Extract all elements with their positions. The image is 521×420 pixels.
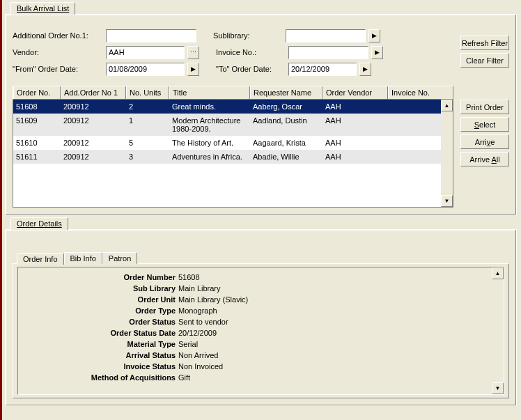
- cell-title: Great minds.: [169, 100, 250, 114]
- detail-value: 51608: [178, 273, 200, 281]
- label-add-order: Additional Order No.1:: [13, 31, 103, 40]
- arrive-button[interactable]: Arrive: [460, 134, 509, 149]
- label-vendor: Vendor:: [13, 48, 103, 56]
- detail-row: Order StatusSent to vendor: [18, 316, 492, 327]
- detail-row: Order UnitMain Library (Slavic): [18, 294, 492, 305]
- label-from-date: "From" Order Date:: [13, 65, 103, 73]
- detail-key: Order Status Date: [18, 329, 178, 337]
- detail-value: Non Arrived: [178, 351, 218, 359]
- input-add-order[interactable]: [106, 29, 196, 42]
- detail-key: Material Type: [18, 340, 178, 348]
- order-details-panel: Order Details Order Info Bib Info Patron…: [5, 218, 517, 406]
- detail-row: Material TypeSerial: [18, 339, 492, 350]
- clear-filter-button[interactable]: Clear Filter: [460, 53, 509, 68]
- col-vendor[interactable]: Order Vendor: [322, 86, 388, 99]
- cell-title: Adventures in Africa.: [169, 150, 250, 164]
- cell-order_no: 51611: [13, 150, 61, 164]
- detail-value: Non Invoiced: [178, 362, 223, 371]
- tab-patron[interactable]: Patron: [102, 252, 137, 264]
- input-invoice[interactable]: [288, 46, 368, 59]
- cell-add_order: 200912: [61, 114, 126, 136]
- cell-title: The History of Art.: [169, 136, 250, 150]
- cell-vendor: AAH: [322, 136, 388, 150]
- detail-value: 20/12/2009: [178, 329, 217, 337]
- detail-row: Sub LibraryMain Library: [18, 283, 492, 294]
- col-invoice[interactable]: Invoice No.: [388, 86, 453, 99]
- bulk-arrival-panel: Bulk Arrival List Additional Order No.1:…: [5, 3, 517, 215]
- cell-order_no: 51609: [13, 114, 61, 136]
- input-from-date[interactable]: [106, 63, 185, 76]
- cell-units: 5: [126, 136, 169, 150]
- table-row[interactable]: 516092009121Modern Architecture 1980-200…: [13, 114, 441, 136]
- col-units[interactable]: No. Units: [126, 86, 169, 99]
- input-vendor[interactable]: [106, 46, 185, 59]
- table-row[interactable]: 516102009125The History of Art.Aagaard, …: [13, 136, 441, 150]
- arrive-all-button[interactable]: Arrive All: [460, 152, 509, 166]
- orders-grid: Order No. Add.Order No 1 No. Units Title…: [13, 86, 453, 208]
- detail-key: Order Number: [18, 273, 178, 281]
- details-scrollbar[interactable]: ▲ ▼: [492, 267, 504, 394]
- tab-order-info[interactable]: Order Info: [17, 253, 64, 265]
- cell-requester: Aagaard, Krista: [250, 136, 322, 150]
- scroll-up-icon[interactable]: ▲: [441, 100, 453, 111]
- detail-value: Main Library (Slavic): [178, 295, 248, 304]
- detail-row: Invoice StatusNon Invoiced: [18, 361, 492, 372]
- input-to-date[interactable]: [288, 63, 357, 76]
- col-order-no[interactable]: Order No.: [13, 86, 61, 99]
- refresh-filter-button[interactable]: Refresh Filter: [460, 36, 509, 50]
- label-sublibrary: Sublibrary:: [213, 31, 283, 40]
- arrow-right-icon[interactable]: ▶: [187, 63, 199, 76]
- ellipsis-icon[interactable]: ⋯: [187, 46, 199, 59]
- select-button[interactable]: Select: [460, 117, 509, 132]
- cell-invoice: [388, 150, 441, 164]
- table-row[interactable]: 516082009122Great minds.Aaberg, OscarAAH: [13, 100, 441, 114]
- cell-invoice: [388, 136, 441, 150]
- cell-invoice: [388, 100, 441, 114]
- tab-bulk-arrival[interactable]: Bulk Arrival List: [10, 2, 75, 15]
- label-to-date: "To" Order Date:: [216, 65, 286, 73]
- detail-key: Order Status: [18, 318, 178, 326]
- detail-row: Arrival StatusNon Arrived: [18, 350, 492, 361]
- detail-value: Main Library: [178, 284, 221, 293]
- cell-requester: Aaberg, Oscar: [250, 100, 322, 114]
- grid-scrollbar[interactable]: ▲ ▼: [441, 100, 453, 207]
- arrow-right-icon[interactable]: ▶: [368, 29, 380, 42]
- detail-key: Invoice Status: [18, 362, 178, 371]
- detail-row: Method of AcquisitionsGift: [18, 372, 492, 383]
- col-title[interactable]: Title: [169, 86, 250, 99]
- cell-invoice: [388, 114, 441, 136]
- cell-units: 2: [126, 100, 169, 114]
- input-sublibrary[interactable]: [286, 29, 366, 42]
- detail-value: Sent to vendor: [178, 318, 228, 326]
- arrow-right-icon[interactable]: ▶: [359, 63, 371, 76]
- col-add-order[interactable]: Add.Order No 1: [61, 86, 126, 99]
- tab-order-details[interactable]: Order Details: [10, 217, 68, 230]
- cell-vendor: AAH: [322, 150, 388, 164]
- col-requester[interactable]: Requester Name: [250, 86, 322, 99]
- cell-units: 3: [126, 150, 169, 164]
- cell-order_no: 51608: [13, 100, 61, 114]
- detail-key: Arrival Status: [18, 351, 178, 359]
- detail-key: Method of Acquisitions: [18, 373, 178, 382]
- cell-add_order: 200912: [61, 150, 126, 164]
- detail-key: Order Type: [18, 306, 178, 315]
- detail-row: Order Number51608: [18, 272, 492, 283]
- scroll-down-icon[interactable]: ▼: [492, 382, 504, 394]
- detail-value: Gift: [178, 373, 190, 382]
- detail-key: Order Unit: [18, 295, 178, 304]
- cell-title: Modern Architecture 1980-2009.: [169, 114, 250, 136]
- print-order-button[interactable]: Print Order: [460, 100, 509, 114]
- arrow-right-icon[interactable]: ▶: [371, 46, 383, 59]
- tab-bib-info[interactable]: Bib Info: [64, 252, 102, 264]
- scroll-down-icon[interactable]: ▼: [441, 195, 453, 207]
- detail-row: Order TypeMonograph: [18, 305, 492, 316]
- cell-requester: Aadland, Dustin: [250, 114, 322, 136]
- table-row[interactable]: 516112009123Adventures in Africa.Abadie,…: [13, 150, 441, 164]
- cell-vendor: AAH: [322, 114, 388, 136]
- scroll-up-icon[interactable]: ▲: [492, 267, 504, 279]
- detail-value: Serial: [178, 340, 198, 348]
- detail-value: Monograph: [178, 306, 217, 315]
- cell-requester: Abadie, Willie: [250, 150, 322, 164]
- cell-units: 1: [126, 114, 169, 136]
- grid-header: Order No. Add.Order No 1 No. Units Title…: [13, 86, 453, 100]
